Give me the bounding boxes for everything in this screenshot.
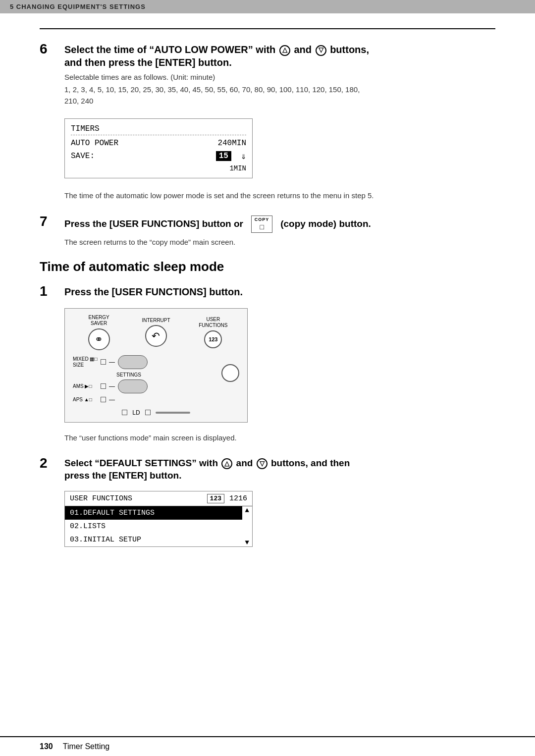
panel-slider[interactable] — [156, 412, 190, 414]
uf-row-1: 01.DEFAULT SETTINGS — [65, 506, 242, 520]
user-functions-col: USERFUNCTIONS 123 — [187, 317, 239, 348]
uf-body: 01.DEFAULT SETTINGS 02.LISTS 03.INITIAL … — [65, 506, 252, 546]
header-bar: 5 CHANGING EQUIPMENT'S SETTINGS — [0, 0, 535, 13]
step6-title-part1: Select the time of “AUTO LOW POWER” with — [64, 44, 275, 55]
step2-sleep-content: Select “DEFAULT SETTINGS” with △ and ▽ b… — [64, 457, 495, 554]
step2-up-arrow-icon: △ — [221, 458, 232, 469]
screen-row3-value: 1MIN — [229, 164, 246, 172]
uf-arrow-down: ▼ — [245, 539, 249, 546]
settings-button[interactable] — [221, 364, 239, 382]
energy-saver-col: ENERGYSAVER ⚭ — [73, 315, 125, 350]
step6-and: and — [294, 44, 312, 55]
uf-header-label: USER FUNCTIONS — [70, 494, 132, 503]
section-heading: Time of automatic sleep mode — [40, 259, 495, 274]
uf-row3-text: 03.INITIAL SETUP — [70, 536, 141, 544]
step1-sleep-content: Press the [USER FUNCTIONS] button. ENERG… — [64, 285, 495, 444]
uf-header-value: 1216 — [229, 494, 247, 503]
uf-arrows: ▲ ▼ — [242, 506, 252, 546]
interrupt-button[interactable]: ↶ — [145, 325, 167, 347]
step6-desc2: 1, 2, 3, 4, 5, 10, 15, 20, 25, 30, 35, 4… — [64, 84, 495, 107]
ams-checkbox — [101, 383, 106, 389]
copy-label: COPY — [255, 217, 269, 223]
step7-block: 7 Press the [USER FUNCTIONS] button or C… — [40, 216, 495, 248]
footer: 130 Timer Setting — [0, 736, 535, 756]
step2-title-part1: Select “DEFAULT SETTINGS” with — [64, 458, 218, 468]
step7-title-part1: Press the [USER FUNCTIONS] button or — [64, 218, 243, 228]
control-panel: ENERGYSAVER ⚭ INTERRUPT ↶ USERFUNCTIONS … — [64, 308, 248, 423]
uf-row2-text: 02.LISTS — [70, 522, 106, 531]
screen-row1: AUTO POWER 240MIN — [71, 137, 246, 149]
screen-row1-value: 240MIN — [217, 139, 246, 148]
step2-sleep-title: Select “DEFAULT SETTINGS” with △ and ▽ b… — [64, 457, 495, 482]
ams-row: AMS ▶□ — — [73, 379, 217, 393]
ams-oval[interactable] — [118, 379, 148, 393]
step1-sleep-block: 1 Press the [USER FUNCTIONS] button. ENE… — [40, 285, 495, 444]
step7-desc: The screen returns to the “copy mode” ma… — [64, 237, 495, 248]
step6-title-line2: and then press the [ENTER] button. — [64, 57, 232, 68]
uf-row1-text: 01.DEFAULT SETTINGS — [70, 509, 155, 517]
step2-down-arrow-icon: ▽ — [257, 458, 268, 469]
footer-page-number: 130 — [40, 742, 53, 751]
ld-label: LD — [132, 409, 140, 416]
copy-icon: □ — [260, 222, 264, 231]
copy-button-box: COPY □ — [251, 216, 273, 233]
step7-content: Press the [USER FUNCTIONS] button or COP… — [64, 216, 495, 248]
uf-row-3: 03.INITIAL SETUP — [65, 533, 242, 546]
step7-title: Press the [USER FUNCTIONS] button or COP… — [64, 216, 495, 233]
main-content: 6 Select the time of “AUTO LOW POWER” wi… — [0, 13, 535, 624]
screen-row1-label: AUTO POWER — [71, 139, 217, 148]
ams-label: AMS ▶□ — [73, 383, 98, 389]
step7-title-part2: (copy mode) button. — [280, 218, 371, 228]
user-functions-label: USERFUNCTIONS — [199, 317, 227, 328]
aps-checkbox — [101, 397, 106, 402]
panel-left-col: MIXED ▦□SIZE — SETTINGS AMS ▶□ — — [73, 355, 217, 406]
header-text: 5 CHANGING EQUIPMENT'S SETTINGS — [10, 3, 146, 10]
uf-rows: 01.DEFAULT SETTINGS 02.LISTS 03.INITIAL … — [65, 506, 242, 546]
energy-saver-label: ENERGYSAVER — [89, 315, 109, 326]
mixed-size-row: MIXED ▦□SIZE — — [73, 355, 217, 369]
aps-label: APS ▲□ — [73, 397, 98, 402]
screen-row2-value: 15 — [216, 151, 231, 161]
uf-header: USER FUNCTIONS 123 1216 — [65, 491, 252, 506]
user-functions-button[interactable]: 123 — [204, 330, 222, 348]
energy-saver-button[interactable]: ⚭ — [88, 328, 110, 350]
footer-title: Timer Setting — [63, 742, 110, 751]
step6-content: Select the time of “AUTO LOW POWER” with… — [64, 43, 495, 202]
settings-label: SETTINGS — [116, 372, 141, 378]
step6-body-text: The time of the automatic low power mode… — [64, 190, 495, 202]
aps-row: APS ▲□ — — [73, 396, 217, 403]
ld-checkbox-right — [145, 410, 151, 415]
panel-middle: MIXED ▦□SIZE — SETTINGS AMS ▶□ — — [73, 355, 239, 406]
step2-sleep-number: 2 — [40, 455, 64, 471]
interrupt-label: INTERRUPT — [142, 318, 170, 323]
step6-title-part2: buttons, — [330, 44, 369, 55]
step1-sleep-title: Press the [USER FUNCTIONS] button. — [64, 285, 495, 298]
step6-number: 6 — [40, 41, 64, 57]
mixed-oval[interactable] — [118, 355, 148, 369]
panel-top-row: ENERGYSAVER ⚭ INTERRUPT ↶ USERFUNCTIONS … — [73, 315, 239, 350]
step6-block: 6 Select the time of “AUTO LOW POWER” wi… — [40, 43, 495, 202]
step2-sleep-block: 2 Select “DEFAULT SETTINGS” with △ and ▽… — [40, 457, 495, 554]
timers-screen: TIMERS AUTO POWER 240MIN SAVE: 15 ⇓ 1MIN — [64, 118, 253, 178]
top-divider — [40, 28, 495, 29]
screen-row3: 1MIN — [71, 163, 246, 174]
screen-row2-arrow: ⇓ — [241, 151, 246, 162]
mixed-size-label: MIXED ▦□SIZE — [73, 356, 98, 368]
step1-sleep-number: 1 — [40, 283, 64, 299]
step2-title-line2: press the [ENTER] button. — [64, 470, 181, 481]
uf-row-2: 02.LISTS — [65, 520, 242, 533]
uf-badge: 123 — [207, 494, 224, 503]
screen-row2: SAVE: 15 ⇓ — [71, 149, 246, 163]
mixed-checkbox — [101, 359, 106, 365]
step1-sleep-body: The “user functions mode” main screen is… — [64, 432, 495, 444]
up-arrow-icon: △ — [279, 45, 290, 56]
settings-btn-col — [221, 355, 239, 382]
step2-title-part2: buttons, and then — [271, 458, 350, 468]
ld-row: LD — [73, 409, 239, 416]
uf-arrow-up: ▲ — [245, 506, 249, 514]
step2-and: and — [236, 458, 253, 468]
step6-desc1: Selectable times are as follows. (Unit: … — [64, 73, 495, 81]
ld-checkbox-left — [122, 410, 127, 415]
settings-row: SETTINGS — [73, 372, 217, 378]
down-arrow-icon: ▽ — [316, 45, 326, 56]
